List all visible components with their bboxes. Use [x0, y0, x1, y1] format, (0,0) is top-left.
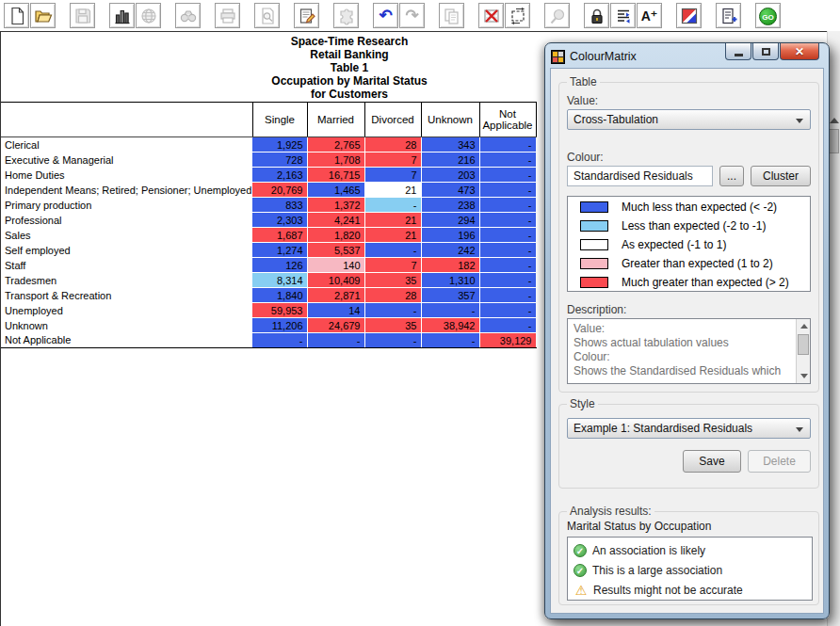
colour-ellipsis-button[interactable]: ... [719, 166, 744, 186]
table-cell[interactable]: 216 [421, 152, 479, 168]
scrollbar-thumb[interactable] [829, 129, 839, 153]
table-cell[interactable]: 242 [421, 243, 479, 258]
table-cell[interactable]: 1,310 [421, 273, 479, 288]
table-cell[interactable]: 473 [421, 183, 479, 198]
table-cell[interactable]: - [479, 303, 536, 318]
table-cell[interactable]: 294 [421, 213, 479, 228]
table-cell[interactable]: 7 [364, 168, 421, 183]
colour-input[interactable]: Standardised Residuals [567, 166, 713, 186]
table-cell[interactable]: - [364, 243, 421, 258]
table-cell[interactable]: - [364, 198, 421, 213]
table-cell[interactable]: 16,715 [307, 168, 364, 183]
field-order-button[interactable] [610, 3, 636, 28]
table-cell[interactable]: 39,129 [479, 333, 536, 348]
add-annotation-button[interactable] [716, 3, 741, 28]
table-cell[interactable]: 2,303 [252, 213, 307, 228]
column-header[interactable]: Unknown [421, 103, 479, 137]
table-cell[interactable]: - [307, 333, 364, 348]
table-cell[interactable]: 21 [364, 183, 421, 198]
table-cell[interactable]: 357 [421, 288, 479, 303]
row-label[interactable]: Primary production [1, 198, 252, 213]
row-label[interactable]: Home Duties [1, 168, 252, 183]
edit-annotations-button[interactable] [294, 3, 319, 28]
table-cell[interactable]: - [479, 213, 536, 228]
table-cell[interactable]: 38,942 [421, 318, 479, 333]
table-cell[interactable]: - [479, 288, 536, 303]
row-label[interactable]: Not Applicable [1, 333, 252, 348]
font-size-button[interactable]: A⁺ [637, 3, 662, 28]
table-cell[interactable]: - [479, 273, 536, 288]
table-cell[interactable]: 1,274 [252, 243, 307, 258]
table-cell[interactable]: 7 [364, 152, 421, 168]
description-scrollbar[interactable] [796, 319, 810, 383]
column-header[interactable]: Married [307, 103, 364, 137]
cluster-button[interactable]: Cluster [751, 166, 811, 186]
table-cell[interactable]: - [479, 152, 536, 168]
table-cell[interactable]: 21 [364, 213, 421, 228]
delete-derivation-button[interactable] [478, 3, 504, 28]
table-cell[interactable]: 126 [252, 258, 307, 273]
table-cell[interactable]: 2,163 [252, 168, 307, 183]
table-cell[interactable]: 728 [252, 152, 307, 168]
table-cell[interactable]: 35 [364, 273, 421, 288]
table-cell[interactable]: 238 [421, 198, 479, 213]
table-cell[interactable]: 140 [307, 258, 364, 273]
table-cell[interactable]: - [479, 137, 536, 152]
table-cell[interactable]: - [479, 183, 536, 198]
table-cell[interactable]: 1,708 [307, 152, 364, 168]
table-cell[interactable]: 7 [364, 258, 421, 273]
table-cell[interactable]: - [479, 243, 536, 258]
value-combobox[interactable]: Cross-Tabulation [567, 109, 811, 130]
table-cell[interactable]: 1,820 [307, 228, 364, 243]
table-cell[interactable]: - [252, 333, 307, 348]
row-label[interactable]: Tradesmen [1, 273, 252, 288]
table-cell[interactable]: 10,409 [307, 273, 364, 288]
table-cell[interactable]: 5,537 [307, 243, 364, 258]
table-cell[interactable]: 35 [364, 318, 421, 333]
undo-button[interactable]: ↶ [373, 3, 398, 28]
column-header[interactable]: Single [252, 103, 307, 137]
table-cell[interactable]: 2,765 [307, 137, 364, 152]
table-cell[interactable]: - [479, 198, 536, 213]
table-cell[interactable]: 28 [364, 137, 421, 152]
row-label[interactable]: Sales [1, 228, 252, 243]
open-button[interactable] [30, 3, 56, 28]
table-cell[interactable]: 1,925 [252, 137, 307, 152]
table-cell[interactable]: 833 [252, 198, 307, 213]
style-combobox[interactable]: Example 1: Standardised Residuals [567, 418, 811, 439]
table-cell[interactable]: 28 [364, 288, 421, 303]
table-cell[interactable]: 1,840 [252, 288, 307, 303]
table-cell[interactable]: - [364, 333, 421, 348]
row-label[interactable]: Professional [1, 213, 252, 228]
table-cell[interactable]: 196 [421, 228, 479, 243]
scroll-up-icon[interactable] [830, 118, 839, 123]
row-label[interactable]: Staff [1, 258, 252, 273]
table-cell[interactable]: - [479, 258, 536, 273]
scroll-up-icon[interactable] [800, 324, 808, 329]
table-cell[interactable]: 2,871 [307, 288, 364, 303]
new-button[interactable] [4, 3, 29, 28]
row-label[interactable]: Unemployed [1, 303, 252, 318]
table-cell[interactable]: 11,206 [252, 318, 307, 333]
table-cell[interactable]: - [421, 333, 479, 348]
table-cell[interactable]: - [364, 303, 421, 318]
table-cell[interactable]: 1,372 [307, 198, 364, 213]
close-button[interactable]: ✕ [780, 43, 819, 60]
row-label[interactable]: Self employed [1, 243, 252, 258]
table-cell[interactable]: 20,769 [252, 183, 307, 198]
chart-view-button[interactable] [109, 3, 135, 28]
lock-button[interactable] [584, 3, 609, 28]
table-cell[interactable]: 203 [421, 168, 479, 183]
row-label[interactable]: Unknown [1, 318, 252, 333]
table-cell[interactable]: - [479, 228, 536, 243]
table-cell[interactable]: 1,687 [252, 228, 307, 243]
table-cell[interactable]: 8,314 [252, 273, 307, 288]
save-button[interactable]: Save [683, 450, 741, 473]
colour-matrix-button[interactable] [676, 3, 702, 28]
column-header[interactable]: Not Applicable [479, 103, 536, 137]
scroll-down-icon[interactable] [800, 374, 808, 378]
row-label[interactable]: Transport & Recreation [1, 288, 252, 303]
table-cell[interactable]: 1,465 [307, 183, 364, 198]
table-cell[interactable]: 14 [307, 303, 364, 318]
column-header[interactable]: Divorced [364, 103, 421, 137]
